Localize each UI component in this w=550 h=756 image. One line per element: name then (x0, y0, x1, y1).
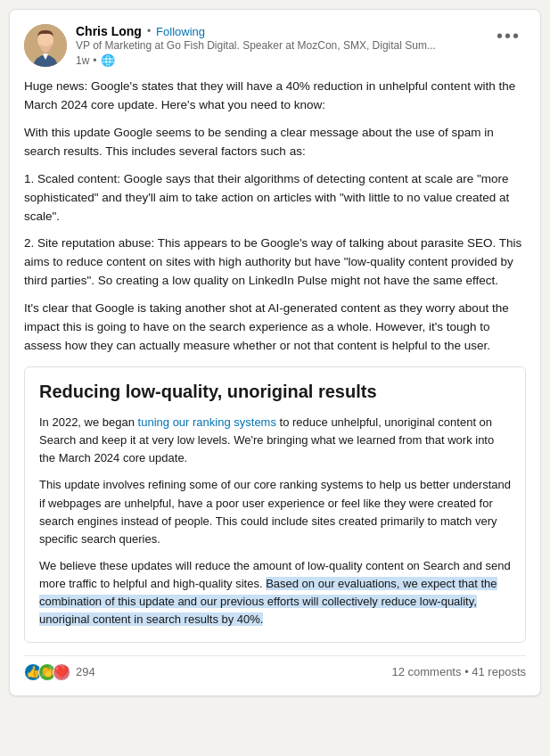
embedded-para-3: We believe these updates will reduce the… (39, 557, 511, 629)
embedded-article: Reducing low-quality, unoriginal results… (24, 366, 526, 643)
reposts-count[interactable]: 41 reposts (472, 665, 526, 678)
reaction-icons: 👍 👏 ❤️ (24, 663, 70, 681)
post-paragraph-1: Huge news: Google's states that they wil… (24, 78, 526, 115)
reactions-right: 12 comments • 41 reposts (391, 665, 526, 678)
embedded-para-2: This update involves refining some of ou… (39, 476, 511, 548)
reactions-bar: 👍 👏 ❤️ 294 12 comments • 41 reposts (24, 655, 526, 681)
reaction-count[interactable]: 294 (76, 665, 95, 678)
post-card: Chris Long • Following VP of Marketing a… (9, 9, 541, 696)
post-paragraph-3: 1. Scaled content: Google says that thei… (24, 170, 526, 226)
post-paragraph-2: With this update Google seems to be send… (24, 124, 526, 161)
embedded-para-1: In 2022, we began tuning our ranking sys… (39, 414, 511, 467)
comments-count[interactable]: 12 comments (391, 665, 461, 678)
post-paragraph-4: 2. Site reputation abuse: This appears t… (24, 234, 526, 291)
more-options-button[interactable]: ••• (491, 24, 526, 48)
user-name-row: Chris Long • Following (76, 24, 436, 38)
globe-icon: 🌐 (101, 53, 115, 67)
post-meta: 1w • 🌐 (76, 53, 436, 67)
user-details: Chris Long • Following VP of Marketing a… (76, 24, 436, 67)
separator-dot: • (147, 25, 151, 37)
post-header: Chris Long • Following VP of Marketing a… (24, 24, 526, 67)
following-label[interactable]: Following (156, 25, 205, 38)
post-time: 1w (76, 54, 89, 67)
user-title: VP of Marketing at Go Fish Digital. Spea… (76, 39, 436, 52)
post-paragraph-5: It's clear that Google is taking another… (24, 300, 526, 356)
ranking-systems-link[interactable]: tuning our ranking systems (138, 415, 276, 429)
embedded-heading: Reducing low-quality, unoriginal results (39, 380, 511, 403)
avatar[interactable] (24, 24, 67, 67)
highlighted-text: Based on our evaluations, we expect that… (39, 577, 497, 626)
reactions-left: 👍 👏 ❤️ 294 (24, 663, 95, 681)
post-body: Huge news: Google's states that they wil… (24, 78, 526, 356)
meta-dot: • (93, 54, 96, 67)
user-info-section: Chris Long • Following VP of Marketing a… (24, 24, 436, 67)
love-reaction-icon: ❤️ (53, 663, 70, 681)
user-name[interactable]: Chris Long (76, 24, 142, 38)
